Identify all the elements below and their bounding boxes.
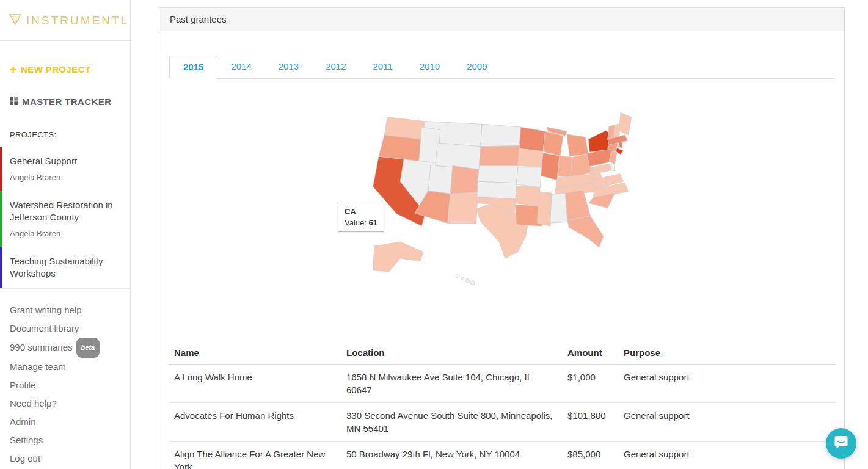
sidebar-link-label: Manage team bbox=[10, 362, 66, 372]
table-row: Align The Alliance For A Greater New Yor… bbox=[169, 442, 836, 469]
chat-launcher-button[interactable] bbox=[826, 428, 856, 459]
column-header-purpose: Purpose bbox=[619, 341, 836, 365]
tab-2010[interactable]: 2010 bbox=[406, 56, 453, 79]
tab-2012[interactable]: 2012 bbox=[312, 56, 359, 79]
sidebar-links: Grant writing helpDocument library990 su… bbox=[0, 289, 130, 469]
app-logo[interactable]: INSTRUMENTL bbox=[0, 0, 130, 41]
year-tabs: 2015201420132012201120102009 bbox=[169, 56, 834, 79]
sidebar-link-label: Profile bbox=[10, 380, 36, 390]
state-MO[interactable] bbox=[516, 167, 541, 187]
sidebar-link-admin[interactable]: Admin bbox=[10, 413, 120, 431]
logo-triangle-icon bbox=[9, 13, 22, 28]
beta-badge: beta bbox=[76, 338, 100, 358]
tab-2011[interactable]: 2011 bbox=[360, 56, 406, 79]
state-IL[interactable] bbox=[541, 153, 560, 180]
state-HI[interactable] bbox=[465, 279, 469, 283]
grid-icon bbox=[10, 96, 18, 107]
new-project-label: NEW PROJECT bbox=[21, 64, 90, 75]
past-grantees-panel: Past grantees 20152014201320122011201020… bbox=[159, 7, 845, 469]
sidebar-link-990-summaries[interactable]: 990 summariesbeta bbox=[10, 338, 120, 358]
plus-icon: + bbox=[10, 65, 17, 74]
cell-name: Align The Alliance For A Greater New Yor… bbox=[169, 442, 341, 469]
column-header-amount: Amount bbox=[563, 341, 619, 365]
state-GA[interactable] bbox=[565, 190, 590, 220]
sidebar-link-manage-team[interactable]: Manage team bbox=[10, 358, 120, 376]
project-title: General Support bbox=[10, 155, 122, 167]
state-CO[interactable] bbox=[450, 165, 479, 194]
us-choropleth-map bbox=[359, 107, 646, 286]
state-FL[interactable] bbox=[567, 216, 603, 248]
project-item-watershed-restoration-in-jefferson-county[interactable]: Watershed Restoration in Jefferson Count… bbox=[0, 191, 130, 247]
tab-2015[interactable]: 2015 bbox=[169, 56, 217, 79]
sidebar-link-label: 990 summaries bbox=[10, 342, 73, 352]
cell-purpose: General support bbox=[619, 442, 836, 469]
sidebar-link-settings[interactable]: Settings bbox=[10, 431, 120, 449]
cell-purpose: General support bbox=[619, 365, 836, 403]
state-ND[interactable] bbox=[480, 124, 520, 146]
cell-location: 1658 N Milwaukee Ave Suite 104, Chicago,… bbox=[341, 365, 563, 403]
state-ME[interactable] bbox=[619, 113, 631, 135]
state-IA[interactable] bbox=[517, 148, 542, 167]
tab-2009[interactable]: 2009 bbox=[453, 56, 500, 79]
state-MS[interactable] bbox=[537, 192, 552, 226]
state-SD[interactable] bbox=[479, 146, 519, 166]
tooltip-value-row: Value: 61 bbox=[345, 218, 377, 227]
tooltip-state: CA bbox=[345, 207, 377, 216]
project-item-teaching-sustainability-workshops[interactable]: Teaching Sustainability Workshops bbox=[0, 247, 130, 288]
state-IN[interactable] bbox=[557, 156, 572, 177]
cell-name: A Long Walk Home bbox=[169, 365, 341, 403]
sidebar-link-grant-writing-help[interactable]: Grant writing help bbox=[10, 301, 120, 319]
state-WY[interactable] bbox=[435, 143, 480, 169]
sidebar-link-need-help[interactable]: Need help? bbox=[10, 394, 120, 413]
state-WI[interactable] bbox=[542, 131, 563, 156]
project-owner: Angela Braren bbox=[10, 173, 122, 182]
sidebar-link-label: Settings bbox=[10, 435, 43, 445]
table-header-row: NameLocationAmountPurpose bbox=[169, 341, 836, 365]
table-row: A Long Walk Home1658 N Milwaukee Ave Sui… bbox=[169, 365, 836, 403]
master-tracker-label: MASTER TRACKER bbox=[22, 96, 111, 107]
sidebar-link-document-library[interactable]: Document library bbox=[10, 319, 120, 338]
table-row: Advocates For Human Rights330 Second Ave… bbox=[169, 403, 836, 442]
state-AL[interactable] bbox=[550, 193, 567, 223]
state-MI[interactable] bbox=[566, 134, 588, 156]
state-NE[interactable] bbox=[478, 165, 518, 183]
logo-wordmark: INSTRUMENTL bbox=[26, 14, 129, 27]
state-HI[interactable] bbox=[461, 277, 464, 280]
sidebar-link-log-out[interactable]: Log out bbox=[10, 449, 120, 468]
cell-amount: $101,800 bbox=[563, 403, 619, 442]
sidebar-link-profile[interactable]: Profile bbox=[10, 376, 120, 394]
panel-title: Past grantees bbox=[159, 8, 844, 31]
state-HI[interactable] bbox=[470, 280, 475, 285]
project-title: Watershed Restoration in Jefferson Count… bbox=[10, 199, 122, 224]
tab-2013[interactable]: 2013 bbox=[265, 56, 312, 79]
sidebar-link-label: Grant writing help bbox=[10, 305, 82, 315]
sidebar-link-label: Need help? bbox=[10, 398, 57, 409]
column-header-location: Location bbox=[341, 341, 563, 365]
map-tooltip: CA Value: 61 bbox=[338, 203, 384, 232]
project-title: Teaching Sustainability Workshops bbox=[10, 255, 122, 280]
grantees-map: CA Value: 61 bbox=[159, 107, 844, 341]
cell-location: 50 Broadway 29th Fl, New York, NY 10004 bbox=[341, 442, 563, 469]
state-AK[interactable] bbox=[373, 242, 423, 272]
state-HI[interactable] bbox=[456, 274, 459, 278]
state-AR[interactable] bbox=[515, 186, 540, 206]
state-RI[interactable] bbox=[618, 142, 622, 148]
projects-heading: PROJECTS: bbox=[10, 130, 120, 139]
sidebar: INSTRUMENTL + NEW PROJECT MASTER TRACKER… bbox=[0, 0, 131, 469]
state-DE[interactable] bbox=[610, 164, 615, 171]
projects-list: General SupportAngela BrarenWatershed Re… bbox=[0, 147, 130, 289]
project-item-general-support[interactable]: General SupportAngela Braren bbox=[0, 147, 130, 191]
column-header-name: Name bbox=[169, 341, 341, 365]
cell-amount: $85,000 bbox=[563, 442, 619, 469]
chat-bubble-icon bbox=[833, 434, 849, 453]
cell-name: Advocates For Human Rights bbox=[169, 403, 341, 442]
tooltip-value: 61 bbox=[369, 218, 377, 227]
new-project-button[interactable]: + NEW PROJECT bbox=[10, 64, 120, 75]
state-KS[interactable] bbox=[476, 181, 516, 198]
project-owner: Angela Braren bbox=[10, 229, 122, 238]
tab-2014[interactable]: 2014 bbox=[217, 56, 264, 79]
state-NM[interactable] bbox=[447, 192, 477, 224]
state-MN[interactable] bbox=[519, 127, 545, 151]
master-tracker-link[interactable]: MASTER TRACKER bbox=[10, 96, 120, 107]
sidebar-link-label: Admin bbox=[10, 416, 36, 427]
